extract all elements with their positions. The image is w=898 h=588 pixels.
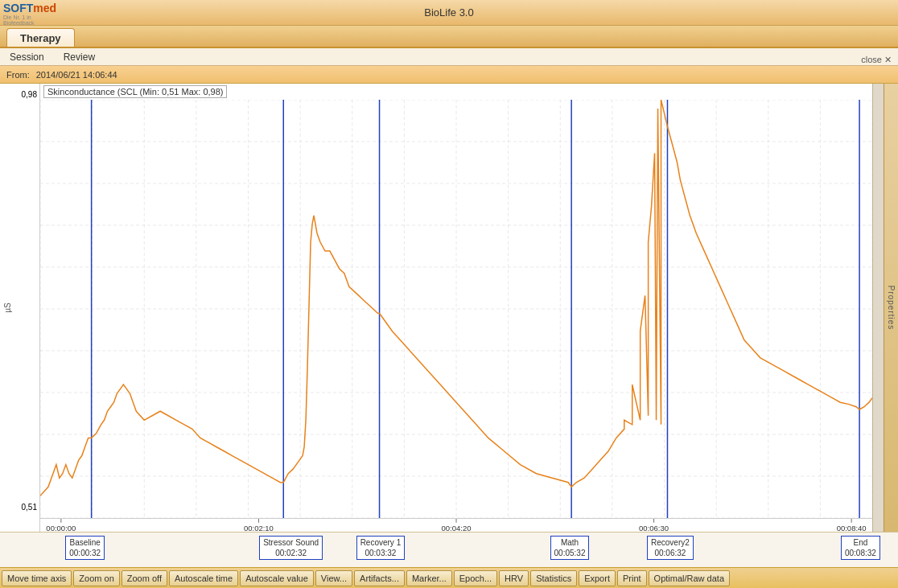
scrollbar[interactable]	[872, 84, 884, 532]
svg-text:00:06:30: 00:06:30	[639, 524, 669, 532]
logo: SOFTmed Die Nr. 1 in Biofeedback	[3, 2, 60, 24]
logo-text: SOFTmed	[3, 2, 60, 14]
svg-text:00:08:40: 00:08:40	[837, 524, 867, 532]
y-axis-label: µS	[0, 84, 14, 532]
marker-recovery2: Recovery200:06:32	[647, 536, 694, 560]
toolbar-btn-zoom-on[interactable]: Zoom on	[73, 570, 119, 586]
toolbar-btn-marker---[interactable]: Marker...	[406, 570, 452, 586]
y-max: 0,98	[22, 90, 37, 99]
svg-text:00:00:00: 00:00:00	[46, 524, 76, 532]
toolbar-btn-autoscale-value[interactable]: Autoscale value	[240, 570, 314, 586]
marker-baseline: Baseline00:00:32	[65, 536, 105, 560]
marker-end: End00:08:32	[841, 536, 880, 560]
toolbar-btn-view---[interactable]: View...	[315, 570, 352, 586]
menu-review[interactable]: Review	[60, 50, 98, 64]
signal-label: Skinconductance (SCL (Min: 0,51 Max: 0,9…	[43, 85, 227, 98]
tab-therapy[interactable]: Therapy	[6, 28, 75, 47]
toolbar-btn-print[interactable]: Print	[617, 570, 647, 586]
from-label: From:	[6, 70, 30, 80]
menu-session[interactable]: Session	[6, 50, 47, 64]
toolbar-btn-move-time-axis[interactable]: Move time axis	[2, 570, 72, 586]
svg-text:00:02:10: 00:02:10	[244, 524, 274, 532]
close-button[interactable]: close ✕	[861, 55, 892, 65]
toolbar-btn-epoch---[interactable]: Epoch...	[454, 570, 497, 586]
menubar: Session Review	[0, 48, 898, 66]
toolbar-btn-hrv[interactable]: HRV	[499, 570, 529, 586]
marker-recovery-1: Recovery 100:03:32	[356, 536, 406, 560]
y-min: 0,51	[22, 503, 37, 512]
marker-math: Math00:05:32	[550, 536, 590, 560]
toolbar-btn-artifacts---[interactable]: Artifacts...	[354, 570, 405, 586]
marker-stressor-sound: Stressor Sound00:02:32	[259, 536, 323, 560]
svg-text:00:04:20: 00:04:20	[442, 524, 472, 532]
toolbar-btn-optimal-raw-data[interactable]: Optimal/Raw data	[649, 570, 730, 586]
chart-area	[40, 100, 872, 518]
logo-sub: Die Nr. 1 in Biofeedback	[3, 14, 60, 26]
app-title: BioLife 3.0	[424, 6, 473, 19]
toolbar-btn-export[interactable]: Export	[579, 570, 616, 586]
time-axis: 00:00:0000:02:1000:04:2000:06:3000:08:40	[40, 518, 872, 532]
infobar: From: 2014/06/21 14:06:44	[0, 66, 898, 84]
properties-panel[interactable]: Properties	[884, 84, 898, 532]
toolbar-btn-autoscale-time[interactable]: Autoscale time	[169, 570, 238, 586]
from-value: 2014/06/21 14:06:44	[36, 70, 117, 80]
toolbar-btn-zoom-off[interactable]: Zoom off	[122, 570, 167, 586]
toolbar: Move time axisZoom onZoom offAutoscale t…	[0, 567, 898, 588]
markers-row: Baseline00:00:32Stressor Sound00:02:32Re…	[0, 532, 898, 567]
toolbar-btn-statistics[interactable]: Statistics	[530, 570, 577, 586]
